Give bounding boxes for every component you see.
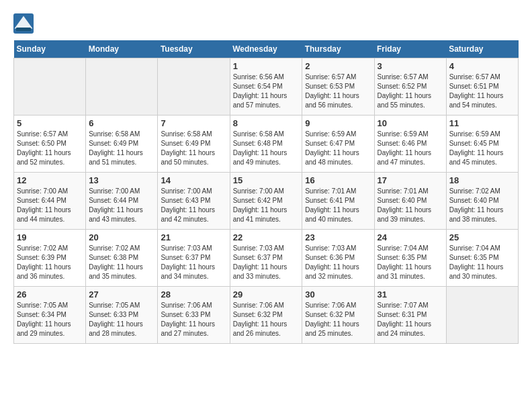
day-info: Sunrise: 7:03 AM Sunset: 6:36 PM Dayligh…: [305, 244, 371, 281]
day-header-friday: Friday: [374, 40, 446, 58]
day-info: Sunrise: 7:04 AM Sunset: 6:35 PM Dayligh…: [378, 244, 443, 281]
calendar-cell: [86, 58, 158, 116]
day-info: Sunrise: 6:58 AM Sunset: 6:49 PM Dayligh…: [89, 130, 154, 167]
day-header-tuesday: Tuesday: [158, 40, 230, 58]
day-number: 28: [161, 289, 226, 300]
day-number: 9: [305, 118, 371, 128]
day-number: 31: [378, 289, 443, 300]
week-row-2: 12Sunrise: 7:00 AM Sunset: 6:44 PM Dayli…: [14, 173, 519, 230]
calendar-cell: 16Sunrise: 7:01 AM Sunset: 6:41 PM Dayli…: [302, 173, 374, 230]
week-row-3: 19Sunrise: 7:02 AM Sunset: 6:39 PM Dayli…: [14, 230, 519, 287]
day-info: Sunrise: 7:00 AM Sunset: 6:44 PM Dayligh…: [89, 187, 154, 224]
day-info: Sunrise: 7:02 AM Sunset: 6:38 PM Dayligh…: [89, 244, 154, 281]
day-info: Sunrise: 6:59 AM Sunset: 6:45 PM Dayligh…: [449, 130, 515, 167]
calendar-cell: 26Sunrise: 7:05 AM Sunset: 6:34 PM Dayli…: [14, 287, 86, 344]
day-number: 24: [378, 232, 443, 242]
day-info: Sunrise: 7:06 AM Sunset: 6:32 PM Dayligh…: [233, 301, 300, 338]
day-number: 1: [233, 61, 300, 71]
day-header-monday: Monday: [86, 40, 158, 58]
day-header-thursday: Thursday: [302, 40, 374, 58]
calendar-cell: 24Sunrise: 7:04 AM Sunset: 6:35 PM Dayli…: [374, 230, 446, 287]
calendar-cell: 11Sunrise: 6:59 AM Sunset: 6:45 PM Dayli…: [446, 116, 518, 173]
day-number: 7: [161, 118, 226, 128]
day-number: 30: [305, 289, 371, 300]
day-number: 8: [233, 118, 300, 128]
day-number: 11: [449, 118, 515, 128]
day-info: Sunrise: 6:58 AM Sunset: 6:49 PM Dayligh…: [161, 130, 226, 167]
day-info: Sunrise: 6:56 AM Sunset: 6:54 PM Dayligh…: [233, 73, 300, 110]
day-number: 10: [378, 118, 443, 128]
day-info: Sunrise: 7:03 AM Sunset: 6:37 PM Dayligh…: [233, 244, 300, 281]
calendar-cell: 20Sunrise: 7:02 AM Sunset: 6:38 PM Dayli…: [86, 230, 158, 287]
day-info: Sunrise: 7:07 AM Sunset: 6:31 PM Dayligh…: [378, 301, 443, 338]
day-info: Sunrise: 7:00 AM Sunset: 6:43 PM Dayligh…: [161, 187, 226, 224]
day-info: Sunrise: 7:01 AM Sunset: 6:41 PM Dayligh…: [305, 187, 371, 224]
days-of-week-row: SundayMondayTuesdayWednesdayThursdayFrid…: [14, 40, 519, 58]
calendar-cell: 4Sunrise: 6:57 AM Sunset: 6:51 PM Daylig…: [446, 58, 518, 116]
day-info: Sunrise: 7:01 AM Sunset: 6:40 PM Dayligh…: [378, 187, 443, 224]
calendar-cell: 28Sunrise: 7:06 AM Sunset: 6:33 PM Dayli…: [158, 287, 230, 344]
day-info: Sunrise: 7:02 AM Sunset: 6:40 PM Dayligh…: [449, 187, 515, 224]
day-info: Sunrise: 7:03 AM Sunset: 6:37 PM Dayligh…: [161, 244, 226, 281]
day-number: 18: [449, 175, 515, 185]
calendar-cell: 3Sunrise: 6:57 AM Sunset: 6:52 PM Daylig…: [374, 58, 446, 116]
day-info: Sunrise: 6:59 AM Sunset: 6:46 PM Dayligh…: [378, 130, 443, 167]
day-number: 13: [89, 175, 154, 185]
calendar-body: 1Sunrise: 6:56 AM Sunset: 6:54 PM Daylig…: [14, 58, 519, 344]
calendar-cell: 6Sunrise: 6:58 AM Sunset: 6:49 PM Daylig…: [86, 116, 158, 173]
page-header: [13, 13, 519, 34]
calendar-cell: [14, 58, 86, 116]
day-number: 3: [378, 61, 443, 71]
day-info: Sunrise: 6:59 AM Sunset: 6:47 PM Dayligh…: [305, 130, 371, 167]
calendar-cell: 1Sunrise: 6:56 AM Sunset: 6:54 PM Daylig…: [230, 58, 302, 116]
week-row-4: 26Sunrise: 7:05 AM Sunset: 6:34 PM Dayli…: [14, 287, 519, 344]
svg-rect-2: [16, 28, 32, 31]
day-number: 21: [161, 232, 226, 242]
calendar-cell: 17Sunrise: 7:01 AM Sunset: 6:40 PM Dayli…: [374, 173, 446, 230]
day-number: 23: [305, 232, 371, 242]
calendar-cell: 13Sunrise: 7:00 AM Sunset: 6:44 PM Dayli…: [86, 173, 158, 230]
calendar-cell: 10Sunrise: 6:59 AM Sunset: 6:46 PM Dayli…: [374, 116, 446, 173]
day-info: Sunrise: 7:06 AM Sunset: 6:32 PM Dayligh…: [305, 301, 371, 338]
day-info: Sunrise: 7:02 AM Sunset: 6:39 PM Dayligh…: [17, 244, 83, 281]
day-info: Sunrise: 7:00 AM Sunset: 6:44 PM Dayligh…: [17, 187, 83, 224]
day-header-saturday: Saturday: [446, 40, 518, 58]
day-number: 19: [17, 232, 83, 242]
day-number: 12: [17, 175, 83, 185]
day-number: 5: [17, 118, 83, 128]
day-header-wednesday: Wednesday: [230, 40, 302, 58]
day-number: 17: [378, 175, 443, 185]
calendar-cell: 31Sunrise: 7:07 AM Sunset: 6:31 PM Dayli…: [374, 287, 446, 344]
day-info: Sunrise: 7:06 AM Sunset: 6:33 PM Dayligh…: [161, 301, 226, 338]
day-header-sunday: Sunday: [14, 40, 86, 58]
day-info: Sunrise: 6:57 AM Sunset: 6:53 PM Dayligh…: [305, 73, 371, 110]
day-number: 2: [305, 61, 371, 71]
calendar-cell: 29Sunrise: 7:06 AM Sunset: 6:32 PM Dayli…: [230, 287, 302, 344]
week-row-0: 1Sunrise: 6:56 AM Sunset: 6:54 PM Daylig…: [14, 58, 519, 116]
day-number: 15: [233, 175, 300, 185]
calendar-cell: [446, 287, 518, 344]
day-number: 25: [449, 232, 515, 242]
day-number: 14: [161, 175, 226, 185]
day-info: Sunrise: 7:00 AM Sunset: 6:42 PM Dayligh…: [233, 187, 300, 224]
calendar-cell: 23Sunrise: 7:03 AM Sunset: 6:36 PM Dayli…: [302, 230, 374, 287]
day-number: 29: [233, 289, 300, 300]
day-info: Sunrise: 7:04 AM Sunset: 6:35 PM Dayligh…: [449, 244, 515, 281]
day-number: 27: [89, 289, 154, 300]
day-number: 16: [305, 175, 371, 185]
logo: [13, 13, 37, 34]
calendar-cell: 15Sunrise: 7:00 AM Sunset: 6:42 PM Dayli…: [230, 173, 302, 230]
day-number: 20: [89, 232, 154, 242]
day-number: 4: [449, 61, 515, 71]
calendar-cell: 2Sunrise: 6:57 AM Sunset: 6:53 PM Daylig…: [302, 58, 374, 116]
calendar-cell: 27Sunrise: 7:05 AM Sunset: 6:33 PM Dayli…: [86, 287, 158, 344]
calendar-cell: 12Sunrise: 7:00 AM Sunset: 6:44 PM Dayli…: [14, 173, 86, 230]
day-info: Sunrise: 7:05 AM Sunset: 6:34 PM Dayligh…: [17, 301, 83, 338]
calendar-cell: 21Sunrise: 7:03 AM Sunset: 6:37 PM Dayli…: [158, 230, 230, 287]
calendar-cell: 18Sunrise: 7:02 AM Sunset: 6:40 PM Dayli…: [446, 173, 518, 230]
calendar-cell: [158, 58, 230, 116]
calendar-cell: 30Sunrise: 7:06 AM Sunset: 6:32 PM Dayli…: [302, 287, 374, 344]
day-info: Sunrise: 6:57 AM Sunset: 6:52 PM Dayligh…: [378, 73, 443, 110]
calendar-cell: 25Sunrise: 7:04 AM Sunset: 6:35 PM Dayli…: [446, 230, 518, 287]
calendar-cell: 22Sunrise: 7:03 AM Sunset: 6:37 PM Dayli…: [230, 230, 302, 287]
